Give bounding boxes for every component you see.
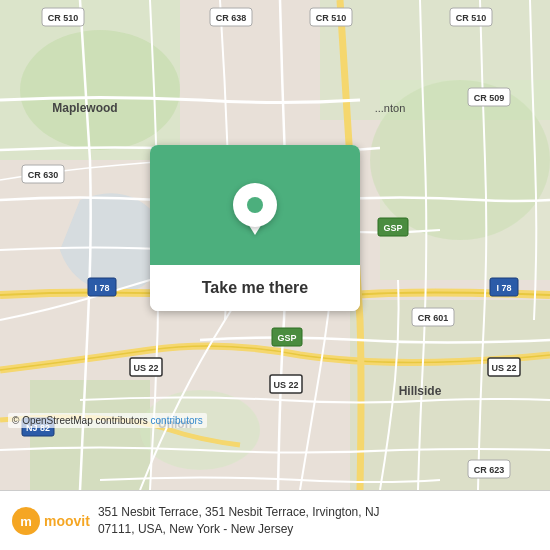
footer-bar: m moovit 351 Nesbit Terrace, 351 Nesbit … — [0, 490, 550, 550]
footer-address: 351 Nesbit Terrace, 351 Nesbit Terrace, … — [98, 504, 538, 538]
svg-text:I 78: I 78 — [496, 283, 511, 293]
svg-text:...nton: ...nton — [375, 102, 406, 114]
osm-contributors-link[interactable]: contributors — [151, 415, 203, 426]
svg-text:US 22: US 22 — [133, 363, 158, 373]
svg-rect-7 — [350, 300, 550, 490]
svg-text:GSP: GSP — [383, 223, 402, 233]
svg-text:m: m — [20, 514, 32, 529]
svg-text:CR 638: CR 638 — [216, 13, 247, 23]
svg-text:CR 630: CR 630 — [28, 170, 59, 180]
svg-text:CR 510: CR 510 — [48, 13, 79, 23]
moovit-icon: m — [12, 507, 40, 535]
button-map-preview — [150, 145, 360, 265]
svg-text:GSP: GSP — [277, 333, 296, 343]
svg-text:I 78: I 78 — [94, 283, 109, 293]
svg-text:CR 601: CR 601 — [418, 313, 449, 323]
svg-text:CR 510: CR 510 — [316, 13, 347, 23]
moovit-brand-name: moovit — [44, 513, 90, 529]
osm-credit: © OpenStreetMap contributors contributor… — [8, 413, 207, 428]
svg-text:CR 623: CR 623 — [474, 465, 505, 475]
moovit-logo: m moovit — [12, 507, 90, 535]
svg-text:CR 509: CR 509 — [474, 93, 505, 103]
take-me-there-button[interactable]: Take me there — [150, 265, 360, 311]
map-container: CR 510 CR 638 CR 510 CR 510 CR 509 CR 63… — [0, 0, 550, 490]
svg-text:Hillside: Hillside — [399, 384, 442, 398]
address-line2: 07111, USA, New York - New Jersey — [98, 521, 538, 538]
svg-text:US 22: US 22 — [273, 380, 298, 390]
address-line1: 351 Nesbit Terrace, 351 Nesbit Terrace, … — [98, 504, 538, 521]
svg-text:CR 510: CR 510 — [456, 13, 487, 23]
svg-text:US 22: US 22 — [491, 363, 516, 373]
svg-text:Maplewood: Maplewood — [52, 101, 117, 115]
take-me-there-overlay: Take me there — [150, 145, 360, 311]
